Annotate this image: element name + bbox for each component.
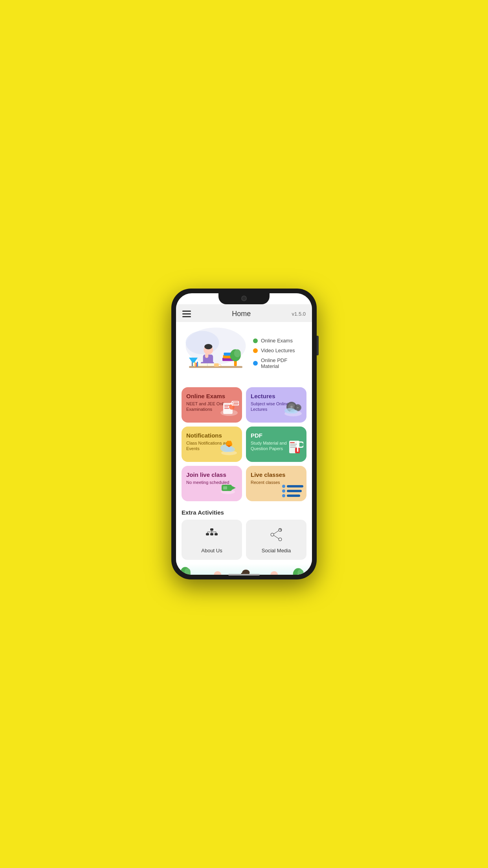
main-scroll: Online Exams Video Lectures Online PDF M… [176,322,312,575]
notifications-icon [219,438,239,460]
live-classes-icon [282,485,303,497]
card-notifications[interactable]: Notifications Class Notifications and Ev… [182,427,242,462]
svg-point-10 [204,344,212,349]
svg-point-8 [234,349,241,357]
svg-rect-24 [224,405,230,406]
svg-line-67 [274,535,279,539]
svg-point-37 [290,410,298,414]
svg-marker-17 [189,358,198,363]
card-lectures[interactable]: Lectures Subject wise Online Lectures [246,387,306,423]
page-title: Home [232,310,251,318]
legend-dot-exams [253,338,258,343]
card-live-classes-title: Live classes [251,471,302,478]
svg-point-65 [271,533,274,536]
svg-rect-57 [215,533,218,535]
hero-section: Online Exams Video Lectures Online PDF M… [176,322,312,383]
svg-rect-56 [210,533,213,535]
card-pdf[interactable]: PDF Study Material and Question Papers P… [246,427,306,462]
about-us-icon [205,528,219,544]
menu-button[interactable] [182,311,191,317]
svg-point-74 [214,571,221,575]
svg-rect-53 [223,486,227,489]
svg-rect-19 [196,363,197,367]
card-join-live-title: Join live class [186,471,237,478]
legend-online-exams: Online Exams [253,338,306,344]
cards-grid: Online Exams NEET and JEE Online Examina… [176,383,312,505]
phone-frame: Home v1.5.0 [171,289,317,579]
list-line-1 [282,485,303,488]
svg-point-85 [270,571,278,575]
exams-icon: ✏ [219,399,239,420]
legend-dot-pdf [253,361,258,366]
list-line-2 [282,489,303,493]
extra-activities-grid: About Us [182,520,306,560]
svg-rect-18 [194,362,196,367]
svg-point-40 [226,447,235,452]
list-line-3 [282,494,303,497]
svg-point-32 [290,406,293,408]
camera [242,296,246,300]
svg-rect-25 [224,406,228,407]
app-header: Home v1.5.0 [176,304,312,322]
svg-rect-44 [290,442,295,443]
bottom-illustration [176,564,312,575]
social-media-icon [269,528,283,544]
svg-point-63 [279,528,282,531]
svg-rect-26 [224,408,229,409]
home-indicator [228,574,260,575]
extra-card-about-us[interactable]: About Us [182,520,242,560]
svg-rect-55 [206,533,209,535]
hero-illustration [182,326,249,381]
svg-line-66 [274,531,279,534]
card-online-exams[interactable]: Online Exams NEET and JEE Online Examina… [182,387,242,423]
hero-legend: Online Exams Video Lectures Online PDF M… [253,338,306,369]
svg-rect-21 [214,363,219,367]
svg-text:✏: ✏ [231,399,239,412]
extra-activities-title: Extra Activities [182,509,306,516]
lectures-icon [283,399,303,420]
phone-screen: Home v1.5.0 [176,293,312,575]
svg-point-35 [297,407,299,408]
card-online-exams-title: Online Exams [186,393,237,399]
svg-marker-52 [232,486,236,490]
svg-text:PDF: PDF [296,439,303,455]
card-notifications-title: Notifications [186,432,237,439]
svg-rect-20 [197,362,198,367]
card-pdf-title: PDF [251,432,302,439]
svg-rect-46 [290,445,296,446]
about-us-label: About Us [201,548,222,554]
notch [218,293,270,304]
pdf-icon: PDF [284,438,303,460]
legend-video-lectures: Video Lectures [253,348,306,353]
legend-pdf-material: Online PDF Material [253,357,306,369]
social-media-label: Social Media [262,548,291,554]
legend-dot-lectures [253,348,258,353]
svg-point-1 [186,331,219,355]
svg-point-42 [228,445,230,447]
card-lectures-title: Lectures [251,393,302,399]
card-join-live-class[interactable]: Join live class No meeting scheduled [182,466,242,501]
live-class-icon [219,478,239,499]
svg-rect-54 [210,528,213,531]
version-label: v1.5.0 [292,311,306,317]
svg-point-64 [279,538,282,541]
card-live-classes[interactable]: Live classes Recent classes [246,466,306,501]
extra-card-social-media[interactable]: Social Media [246,520,306,560]
extra-activities-section: Extra Activities [176,505,312,564]
svg-rect-13 [205,353,209,358]
